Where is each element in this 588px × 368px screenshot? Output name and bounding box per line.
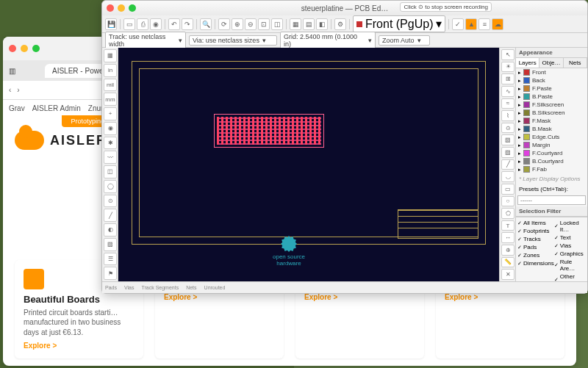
assign-icon[interactable]: ⊞ <box>501 73 514 84</box>
tune-icon[interactable]: ⌇ <box>501 110 514 121</box>
max-dot[interactable] <box>32 45 40 52</box>
tool-icon[interactable]: ▦ <box>290 18 301 30</box>
tab-layers[interactable]: Layers <box>516 58 539 68</box>
filter-check[interactable]: Tracks <box>517 235 554 243</box>
layer-row[interactable]: ▸F.Paste <box>516 84 587 93</box>
aisler-export-icon[interactable]: ▲ <box>465 18 477 30</box>
layer-swatch[interactable] <box>523 126 530 132</box>
track-select[interactable]: Track: use netclass width▾ <box>105 32 186 49</box>
layer-swatch[interactable] <box>523 69 530 76</box>
units-in-icon[interactable]: in <box>104 64 117 77</box>
layer-row[interactable]: ▸F.Courtyard <box>516 149 587 157</box>
via-icon[interactable]: ⊙ <box>501 123 514 134</box>
grid-toggle-icon[interactable]: ▦ <box>104 49 117 62</box>
layer-swatch[interactable] <box>523 118 530 124</box>
layer-row[interactable]: ▸Edge.Cuts <box>516 133 587 141</box>
tool-icon[interactable]: ◧ <box>316 18 328 30</box>
via-select[interactable]: Via: use netclass sizes▾ <box>189 35 277 46</box>
contrast-icon[interactable]: ◐ <box>104 223 117 237</box>
script-icon[interactable]: ≡ <box>478 18 490 30</box>
undo-icon[interactable]: ↶ <box>168 18 180 30</box>
polar-icon[interactable]: ◉ <box>104 122 117 135</box>
filter-check[interactable]: Graphics <box>554 250 586 258</box>
layer-swatch[interactable] <box>523 77 530 84</box>
via-icon[interactable]: ⊙ <box>104 195 117 208</box>
layer-swatch[interactable] <box>523 85 530 92</box>
preset-select[interactable]: ------ <box>517 195 586 205</box>
zoom-fit-icon[interactable]: ⊡ <box>258 18 270 30</box>
track-icon[interactable]: ╱ <box>104 209 117 222</box>
filter-check[interactable]: Zones <box>517 251 554 259</box>
bookmark-item[interactable]: AISLER Admin <box>32 104 81 112</box>
zoom-out-icon[interactable]: ⊖ <box>245 18 257 30</box>
zoom-sel-icon[interactable]: ◫ <box>271 18 283 30</box>
redo-icon[interactable]: ↷ <box>182 18 193 30</box>
filter-check[interactable]: Footprints <box>517 227 554 235</box>
line-icon[interactable]: ╱ <box>501 159 514 170</box>
filter-check[interactable]: Pads <box>517 243 554 251</box>
explore-link[interactable]: Explore > <box>304 293 415 301</box>
recording-badge[interactable]: Click ⊙ to stop screen recording <box>400 2 492 12</box>
tool-icon[interactable]: ▤ <box>303 18 315 30</box>
zoom-in-icon[interactable]: ⊕ <box>232 18 243 30</box>
refresh-icon[interactable]: ⟳ <box>218 18 230 30</box>
layer-swatch[interactable] <box>523 166 530 173</box>
units-mil-icon[interactable]: mil <box>104 79 117 92</box>
cursor-icon[interactable]: + <box>104 107 117 120</box>
filter-check[interactable]: Vias <box>554 242 586 250</box>
dim-icon[interactable]: ↔ <box>501 232 514 243</box>
explore-link[interactable]: Explore > <box>24 342 135 350</box>
tool-icon[interactable]: ⚙ <box>334 18 346 30</box>
zone-icon[interactable]: ▨ <box>104 238 117 251</box>
layer-swatch[interactable] <box>523 101 530 108</box>
rect-icon[interactable]: ▭ <box>501 184 514 195</box>
poly-icon[interactable]: ⬠ <box>501 208 514 219</box>
aisler-icon[interactable]: ☁ <box>492 18 503 30</box>
origin-icon[interactable]: ⊕ <box>501 245 514 256</box>
ratsnest-icon[interactable]: ✱ <box>104 137 117 150</box>
layer-swatch[interactable] <box>523 93 530 100</box>
find-icon[interactable]: 🔍 <box>200 18 212 30</box>
filter-check[interactable]: Dimensions <box>517 259 554 267</box>
layer-row[interactable]: ▸F.Fab <box>516 165 587 173</box>
route-icon[interactable]: ∿ <box>501 86 514 97</box>
layer-row[interactable]: ▸F.Mask <box>516 117 587 125</box>
plot-icon[interactable]: ◉ <box>150 18 162 30</box>
route-diff-icon[interactable]: ≈ <box>501 98 514 109</box>
layer-row[interactable]: ▸B.Courtyard <box>516 157 587 165</box>
layer-row[interactable]: ▸B.Mask <box>516 125 587 133</box>
drc-icon[interactable]: ✓ <box>452 18 464 30</box>
pcb-canvas[interactable]: open source hardware <box>118 48 499 281</box>
explore-link[interactable]: Explore > <box>445 293 556 301</box>
explore-link[interactable]: Explore > <box>164 293 275 301</box>
min-dot[interactable] <box>118 4 125 12</box>
layer-swatch[interactable] <box>523 142 530 148</box>
layers-icon[interactable]: ☰ <box>104 253 117 266</box>
layer-row[interactable]: ▸B.Silkscreen <box>516 109 587 117</box>
max-dot[interactable] <box>129 4 136 12</box>
layer-select[interactable]: Front (PgUp)▾ <box>353 15 445 32</box>
misc-icon[interactable]: ⚑ <box>104 267 117 280</box>
layer-swatch[interactable] <box>523 158 530 165</box>
layer-row[interactable]: ▸Front <box>516 68 587 76</box>
grid-select[interactable]: Grid: 2.5400 mm (0.1000 in)▾ <box>280 32 376 49</box>
filter-check[interactable]: Text <box>554 234 586 242</box>
units-mm-icon[interactable]: mm <box>104 93 117 106</box>
layer-swatch[interactable] <box>523 150 530 156</box>
measure-icon[interactable]: 📏 <box>501 257 514 268</box>
delete-icon[interactable]: ✕ <box>501 269 514 280</box>
page-icon[interactable]: ▭ <box>123 18 135 30</box>
layer-display-options[interactable]: * Layer Display Options <box>516 173 587 184</box>
text-icon[interactable]: T <box>501 220 514 231</box>
filter-check[interactable]: All Items <box>517 219 554 227</box>
close-dot[interactable] <box>107 4 114 12</box>
layer-row[interactable]: ▸Back <box>516 76 587 84</box>
layer-row[interactable]: ▸F.Silkscreen <box>516 101 587 109</box>
bookmark-item[interactable]: Grav <box>9 104 25 112</box>
tab-nets[interactable]: Nets <box>564 58 587 68</box>
select-icon[interactable]: ↖ <box>501 49 514 60</box>
pad-icon[interactable]: ◯ <box>104 180 117 193</box>
outline-icon[interactable]: ◫ <box>104 165 117 178</box>
back-icon[interactable]: ‹ <box>9 86 11 94</box>
save-icon[interactable]: 💾 <box>105 18 117 30</box>
